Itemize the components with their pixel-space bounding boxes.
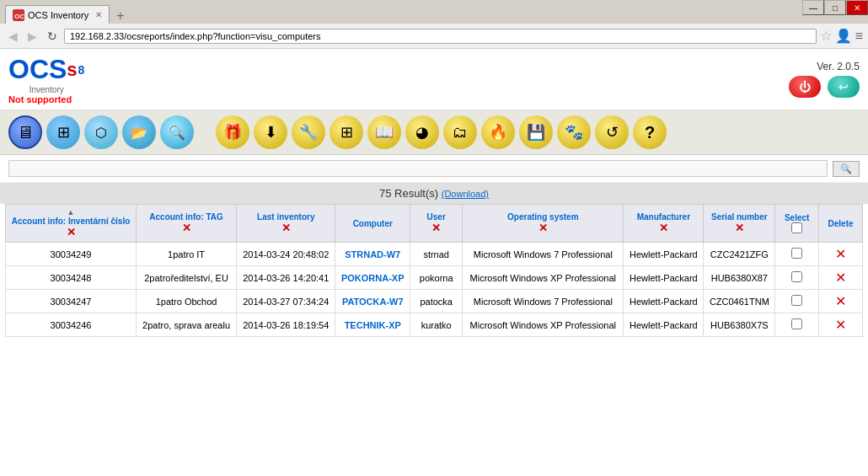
wrench-icon[interactable]: 🔧 [292,115,325,149]
minimize-button[interactable]: — [802,0,824,15]
new-tab-button[interactable]: + [110,8,131,24]
menu-icon[interactable]: ≡ [855,29,863,44]
refresh-button[interactable]: ↻ [44,28,61,45]
back-button[interactable]: ◀ [5,28,21,45]
col-manufacturer[interactable]: Manufacturer ✕ [624,205,704,243]
cell-computer[interactable]: STRNAD-W7 [335,243,410,266]
cell-account-tag: 2patro, sprava arealu [137,313,237,337]
forward-button[interactable]: ▶ [24,28,40,45]
col-last-inventory-label: Last inventory [257,212,314,222]
col-user-label: User [427,212,446,222]
address-bar[interactable] [64,29,817,44]
cell-account-tag: 1patro Obchod [137,290,237,313]
cell-os: Microsoft Windows 7 Professional [463,290,624,313]
cell-select[interactable] [775,290,819,313]
col-account-tag[interactable]: Account info: TAG ✕ [137,205,237,243]
browser-tab[interactable]: OC OCS Inventory ✕ [5,5,110,24]
fire-icon[interactable]: 🔥 [481,115,515,149]
table-row: 30034246 2patro, sprava arealu 2014-03-2… [6,313,863,337]
search-input[interactable] [8,160,828,177]
col-last-inventory[interactable]: Last inventory ✕ [237,205,335,243]
cell-os: Microsoft Windows XP Professional [463,313,624,337]
cell-account-info: 30034246 [6,313,137,337]
col-account-info-label: Account info: Inventární číslo [12,217,131,226]
row-checkbox[interactable] [791,271,802,282]
cell-user: pokorna [410,266,463,290]
cell-serial: CZC2421ZFG [704,243,775,266]
table-row: 30034248 2patroředitelství, EU 2014-03-2… [6,266,863,290]
cell-delete[interactable]: ✕ [819,290,863,313]
col-account-tag-label: Account info: TAG [149,212,223,222]
col-last-inventory-x[interactable]: ✕ [281,222,291,234]
select-all-checkbox[interactable] [791,222,802,233]
results-bar: 75 Result(s) (Download) [0,183,868,204]
bookmark-icon[interactable]: ☆ [820,28,832,44]
col-user-x[interactable]: ✕ [431,222,441,234]
col-account-tag-x[interactable]: ✕ [182,222,191,234]
cell-select[interactable] [775,313,819,337]
cell-last-inventory: 2014-03-26 14:20:41 [237,266,335,290]
gift-icon[interactable]: 🎁 [216,115,249,149]
archive-icon[interactable]: 🗂 [443,115,477,149]
col-user[interactable]: User ✕ [410,205,463,243]
row-checkbox[interactable] [791,318,802,329]
row-checkbox[interactable] [791,295,802,306]
disk-icon[interactable]: 💾 [519,115,553,149]
cell-delete[interactable]: ✕ [819,243,863,266]
logout-button[interactable]: ↩ [828,76,860,98]
tab-favicon: OC [13,9,24,21]
cell-manufacturer: Hewlett-Packard [624,313,704,337]
cell-user: strnad [410,243,463,266]
cell-delete[interactable]: ✕ [819,313,863,337]
tab-close-icon[interactable]: ✕ [95,10,102,19]
table-wrap: ▲ Account info: Inventární číslo ✕ Accou… [0,204,868,337]
download-link[interactable]: (Download) [442,189,489,199]
maximize-button[interactable]: □ [824,0,846,15]
col-os-label: Operating system [507,212,578,222]
col-os-x[interactable]: ✕ [538,222,548,234]
pie-chart-icon[interactable]: ◕ [405,115,439,149]
logo-eight: 8 [78,63,85,77]
col-select[interactable]: Select [775,205,819,243]
not-supported-label: Not supported [8,94,84,104]
grid-icon[interactable]: ⊞ [46,115,80,149]
search-submit-button[interactable]: 🔍 [833,161,860,177]
power-button[interactable]: ⏻ [789,76,821,98]
col-account-info[interactable]: ▲ Account info: Inventární číslo ✕ [6,205,137,243]
col-computer[interactable]: Computer [335,205,410,243]
cell-select[interactable] [775,266,819,290]
filter-icon[interactable]: ⬡ [84,115,118,149]
col-manufacturer-x[interactable]: ✕ [659,222,668,234]
help-icon[interactable]: ? [633,115,667,149]
col-serial[interactable]: Serial number ✕ [704,205,775,243]
row-checkbox[interactable] [791,248,802,259]
cell-serial: HUB6380X87 [704,266,775,290]
deploy-icon[interactable]: 📂 [122,115,156,149]
col-manufacturer-label: Manufacturer [637,212,690,222]
col-account-info-x[interactable]: ✕ [67,226,76,238]
col-os[interactable]: Operating system ✕ [463,205,624,243]
book-icon[interactable]: 📖 [367,115,401,149]
cell-select[interactable] [775,243,819,266]
cell-computer[interactable]: TECHNIK-XP [335,313,410,337]
table-row: 30034247 1patro Obchod 2014-03-27 07:34:… [6,290,863,313]
cell-user: patocka [410,290,463,313]
cell-serial: CZC0461TNM [704,290,775,313]
table-icon[interactable]: ⊞ [330,115,363,149]
cell-delete[interactable]: ✕ [819,266,863,290]
table-row: 30034249 1patro IT 2014-03-24 20:48:02 S… [6,243,863,266]
paw-icon[interactable]: 🐾 [557,115,591,149]
search-toolbar-icon[interactable]: 🔍 [160,115,194,149]
col-serial-x[interactable]: ✕ [735,222,744,234]
cell-manufacturer: Hewlett-Packard [624,290,704,313]
update-icon[interactable]: ↺ [595,115,629,149]
cell-account-info: 30034249 [6,243,137,266]
download-icon[interactable]: ⬇ [254,115,287,149]
tab-title: OCS Inventory [28,10,88,20]
cell-last-inventory: 2014-03-24 20:48:02 [237,243,335,266]
cell-computer[interactable]: PATOCKA-W7 [335,290,410,313]
close-button[interactable]: ✕ [846,0,868,15]
cell-computer[interactable]: POKORNA-XP [335,266,410,290]
computers-icon[interactable]: 🖥 [8,115,42,149]
profile-icon[interactable]: 👤 [835,28,852,44]
